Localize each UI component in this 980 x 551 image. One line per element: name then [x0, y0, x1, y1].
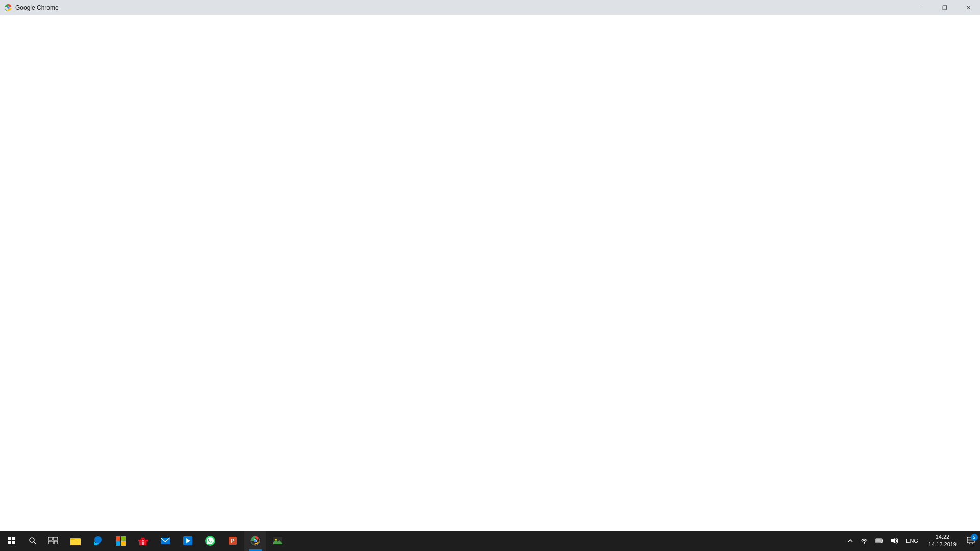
- svg-rect-8: [48, 541, 53, 544]
- wifi-icon: [860, 537, 868, 544]
- svg-rect-6: [48, 537, 52, 540]
- taskbar-app-gift[interactable]: [132, 531, 154, 551]
- svg-point-29: [254, 540, 257, 542]
- taskbar-app-media[interactable]: [177, 531, 199, 551]
- browser-content-area: [0, 15, 980, 531]
- mail-icon: [160, 535, 171, 546]
- close-button[interactable]: ✕: [957, 0, 980, 15]
- taskbar-app-file-explorer[interactable]: [64, 531, 87, 551]
- svg-rect-9: [54, 541, 58, 544]
- language-button[interactable]: ENG: [903, 531, 921, 551]
- svg-rect-12: [70, 538, 75, 540]
- search-icon: [29, 537, 37, 545]
- taskbar-clock[interactable]: 14:22 14.12.2019: [923, 531, 962, 551]
- svg-rect-7: [53, 537, 58, 540]
- task-view-button[interactable]: [42, 531, 64, 551]
- task-view-icon: [48, 537, 58, 544]
- windows-icon: [8, 537, 15, 544]
- start-button[interactable]: [0, 531, 23, 551]
- title-bar-title: Google Chrome: [15, 4, 59, 11]
- taskbar-search-button[interactable]: [23, 531, 42, 551]
- svg-rect-15: [116, 541, 120, 546]
- taskbar-app-photos[interactable]: [266, 531, 289, 551]
- svg-point-4: [30, 538, 34, 542]
- taskbar-app-powerpoint[interactable]: P: [222, 531, 244, 551]
- title-bar-controls: − ❐ ✕: [910, 0, 980, 15]
- title-bar-left: Google Chrome: [4, 4, 59, 12]
- battery-icon: [875, 537, 884, 544]
- svg-rect-13: [116, 536, 120, 541]
- taskbar-app-chrome[interactable]: [244, 531, 266, 551]
- store-icon: [115, 535, 126, 546]
- notification-count-badge: 2: [971, 534, 978, 541]
- volume-icon: [891, 537, 899, 544]
- chrome-taskbar-icon: [250, 535, 261, 546]
- wifi-button[interactable]: [857, 531, 871, 551]
- chevron-up-icon: [848, 538, 853, 543]
- clock-date: 14.12.2019: [928, 541, 957, 548]
- title-bar: Google Chrome − ❐ ✕: [0, 0, 980, 15]
- svg-rect-36: [876, 539, 881, 542]
- whatsapp-icon: [205, 535, 216, 546]
- taskbar-systray: ENG: [843, 531, 923, 551]
- taskbar-apps: P: [64, 531, 843, 551]
- minimize-button[interactable]: −: [910, 0, 933, 15]
- clock-time: 14:22: [936, 533, 950, 541]
- powerpoint-icon: P: [227, 535, 238, 546]
- taskbar-app-store[interactable]: [109, 531, 132, 551]
- taskbar-app-mail[interactable]: [154, 531, 177, 551]
- svg-text:P: P: [231, 538, 234, 544]
- svg-point-3: [7, 7, 9, 9]
- svg-rect-35: [882, 540, 883, 542]
- taskbar-app-edge[interactable]: [87, 531, 109, 551]
- show-hidden-icons-button[interactable]: [845, 531, 856, 551]
- photos-icon: [272, 535, 283, 546]
- restore-button[interactable]: ❐: [933, 0, 957, 15]
- battery-button[interactable]: [872, 531, 887, 551]
- notification-center-button[interactable]: 2: [962, 531, 980, 551]
- language-label: ENG: [906, 538, 918, 544]
- chrome-logo-icon: [4, 4, 12, 12]
- svg-marker-37: [891, 538, 895, 543]
- svg-line-5: [34, 542, 36, 544]
- taskbar: P: [0, 531, 980, 551]
- gift-icon: [137, 535, 149, 546]
- folder-icon: [70, 535, 81, 546]
- svg-rect-19: [142, 540, 144, 545]
- taskbar-app-whatsapp[interactable]: [199, 531, 222, 551]
- svg-rect-14: [121, 536, 126, 541]
- volume-button[interactable]: [888, 531, 902, 551]
- media-icon: [182, 535, 193, 546]
- svg-rect-16: [121, 541, 126, 546]
- edge-icon: [92, 535, 104, 546]
